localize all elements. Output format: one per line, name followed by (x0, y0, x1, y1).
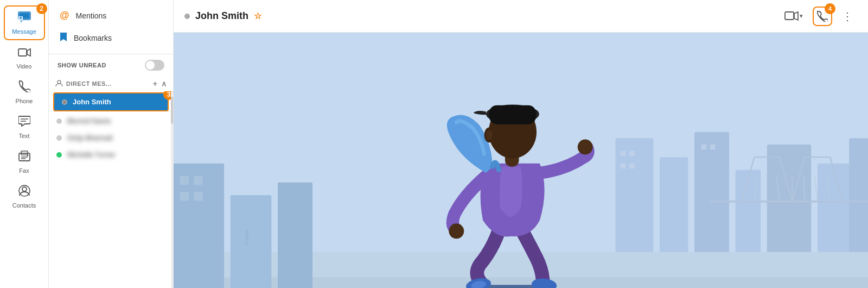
contact-list: John Smith 3 Blurred Name Girija Bhansal… (49, 91, 173, 288)
svg-rect-53 (278, 183, 312, 288)
more-options-button[interactable]: ⋮ (839, 7, 857, 26)
illustration-container: ! (174, 33, 868, 288)
svg-marker-2 (20, 20, 23, 23)
svg-rect-22 (660, 157, 688, 265)
message-icon (17, 11, 31, 26)
dm-section-icon (55, 79, 63, 88)
nav-label-message: Message (12, 28, 36, 35)
contact-item-3[interactable]: Girija Bhansali (49, 129, 173, 146)
menu-item-bookmarks[interactable]: Bookmarks (49, 27, 173, 49)
svg-rect-31 (629, 164, 634, 168)
nav-item-video[interactable]: Video (4, 42, 45, 74)
header-actions: ▾ 4 ⋮ (781, 7, 857, 26)
svg-marker-7 (27, 49, 30, 56)
svg-rect-28 (621, 151, 626, 156)
phone-call-button[interactable]: 4 (813, 7, 832, 26)
nav-item-phone[interactable]: Phone (4, 76, 45, 109)
show-unread-label: SHOW UNREAD (58, 62, 106, 68)
main-content: John Smith ☆ ▾ 4 ⋮ (174, 0, 868, 288)
contact-name-3: Girija Bhansali (67, 134, 113, 142)
svg-rect-55 (194, 176, 202, 185)
svg-point-69 (578, 140, 593, 155)
collapse-dm-button[interactable]: ∧ (161, 79, 167, 88)
nav-label-text: Text (18, 133, 29, 139)
header-status-dot (184, 14, 190, 19)
chat-contact-name: John Smith (195, 10, 248, 22)
status-dot-4 (56, 152, 62, 158)
svg-rect-26 (818, 164, 849, 265)
menu-item-mentions[interactable]: @ Mentions (49, 4, 173, 27)
svg-rect-24 (736, 170, 761, 265)
left-navigation: Message 2 Video Phone Text (0, 0, 49, 288)
svg-point-68 (449, 223, 464, 239)
video-call-button[interactable]: ▾ (781, 8, 806, 24)
star-icon[interactable]: ☆ (254, 11, 261, 21)
contact-item-4[interactable]: Michelle Turner (49, 146, 173, 163)
middle-panel: @ Mentions Bookmarks SHOW UNREAD DIRECT … (49, 0, 174, 288)
svg-rect-73 (489, 105, 536, 124)
svg-rect-52 (231, 195, 272, 288)
nav-label-video: Video (17, 63, 32, 70)
mentions-label: Mentions (76, 11, 107, 20)
dm-section-label: DIRECT MES... (66, 80, 112, 87)
section-header-left: DIRECT MES... (55, 79, 112, 88)
svg-point-14 (27, 155, 28, 156)
phone-icon (18, 80, 30, 96)
svg-rect-33 (710, 145, 715, 149)
contact-item-john-smith[interactable]: John Smith (53, 92, 169, 111)
status-dot-3 (56, 135, 62, 141)
svg-rect-54 (180, 176, 189, 185)
bookmarks-label: Bookmarks (74, 34, 112, 42)
status-dot-john-smith (62, 99, 67, 105)
svg-point-75 (486, 130, 493, 140)
message-badge: 2 (36, 3, 47, 14)
fax-icon (18, 150, 30, 165)
chat-header: John Smith ☆ ▾ 4 ⋮ (174, 0, 868, 33)
svg-rect-23 (694, 132, 729, 265)
bookmarks-icon (60, 32, 67, 44)
svg-rect-6 (18, 49, 27, 56)
scrollbar-thumb[interactable] (171, 97, 173, 124)
svg-point-15 (22, 187, 27, 191)
show-unread-row: SHOW UNREAD (49, 54, 173, 76)
contact-item-2[interactable]: Blurred Name (49, 112, 173, 129)
text-icon (18, 115, 30, 130)
more-options-icon: ⋮ (842, 10, 854, 23)
contact-name-2: Blurred Name (67, 117, 111, 125)
add-dm-button[interactable]: + (153, 79, 158, 88)
phone-call-badge: 4 (825, 3, 835, 14)
nav-label-phone: Phone (16, 98, 33, 104)
nav-label-contacts: Contacts (12, 202, 36, 209)
section-header-actions: + ∧ (153, 79, 167, 88)
nav-message-wrapper: Message 2 (4, 5, 45, 40)
video-dropdown-arrow: ▾ (800, 12, 803, 20)
svg-rect-32 (701, 145, 706, 149)
svg-rect-57 (194, 192, 202, 201)
svg-text:!: ! (243, 225, 251, 251)
video-icon (18, 47, 31, 61)
svg-rect-21 (616, 138, 654, 265)
menu-section: @ Mentions Bookmarks (49, 0, 173, 54)
svg-point-17 (58, 80, 61, 84)
show-unread-toggle[interactable] (145, 60, 164, 71)
svg-marker-19 (794, 12, 798, 20)
nav-item-text[interactable]: Text (4, 111, 45, 143)
chat-title: John Smith ☆ (184, 10, 261, 22)
nav-label-fax: Fax (19, 167, 29, 174)
illustration-svg: ! (174, 33, 868, 288)
svg-rect-29 (629, 151, 634, 156)
svg-rect-30 (621, 164, 626, 168)
svg-rect-56 (180, 192, 189, 201)
section-header-dm: DIRECT MES... + ∧ (49, 76, 173, 91)
status-dot-2 (56, 118, 62, 124)
contact-name-john-smith: John Smith (73, 98, 111, 106)
svg-rect-18 (785, 12, 794, 20)
svg-rect-25 (767, 145, 811, 265)
chat-body: ! (174, 33, 868, 288)
nav-item-contacts[interactable]: Contacts (4, 180, 45, 213)
contacts-icon (18, 185, 30, 200)
mentions-icon: @ (60, 10, 69, 21)
nav-item-fax[interactable]: Fax (4, 146, 45, 178)
scrollbar-track (171, 91, 173, 288)
contact-name-4: Michelle Turner (67, 151, 116, 159)
